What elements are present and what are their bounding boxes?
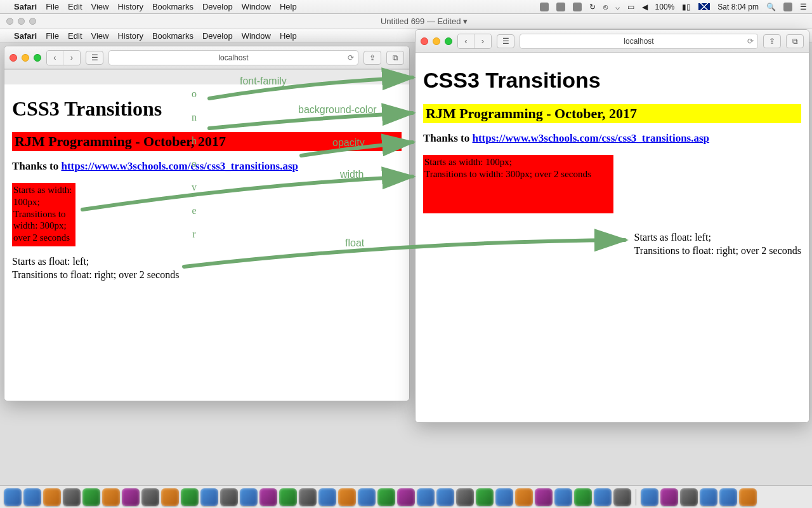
dock-app[interactable] [240,488,258,506]
sync-icon[interactable]: ↻ [589,3,596,11]
dock-app[interactable] [554,488,572,506]
flag-icon[interactable] [698,3,710,10]
transition-width-box[interactable]: Starts as width: 100px; Transitions to w… [12,183,75,246]
dock-app[interactable] [63,488,81,506]
address-bar[interactable]: localhost ⟳ [520,34,758,49]
sidebar-button[interactable]: ☰ [497,34,514,48]
menu-view[interactable]: View [91,31,109,41]
menu-bookmarks[interactable]: Bookmarks [152,31,193,41]
dock-app[interactable] [279,488,297,506]
dock-app[interactable] [417,488,435,506]
dock-app[interactable] [338,488,356,506]
dock-app[interactable] [436,488,454,506]
menu-edit[interactable]: Edit [68,31,82,41]
address-bar[interactable]: localhost ⟳ [108,50,358,65]
dock-app[interactable] [397,488,415,506]
display-icon[interactable]: ▭ [627,3,634,11]
dock-app[interactable] [700,488,717,506]
dock-app[interactable] [122,488,140,506]
credit-link[interactable]: https://www.w3schools.com/css/css3_trans… [472,132,709,144]
close-icon[interactable] [421,37,428,45]
app-name[interactable]: Safari [14,2,37,11]
close-icon[interactable] [6,18,13,25]
menu-develop[interactable]: Develop [202,2,233,11]
dock-app[interactable] [377,488,395,506]
dock-app[interactable] [23,488,41,506]
dock-app[interactable] [358,488,376,506]
status-icon[interactable] [540,3,549,11]
transition-width-box[interactable]: Starts as width: 100px; Transitions to w… [423,155,613,213]
menu-file[interactable]: File [46,2,59,11]
share-button[interactable]: ⇪ [363,51,381,65]
menu-help[interactable]: Help [280,31,297,41]
menu-history[interactable]: History [117,31,143,41]
forward-button[interactable]: › [475,34,491,48]
minimize-icon[interactable] [22,54,29,62]
dock-app[interactable] [719,488,737,506]
back-button[interactable]: ‹ [47,51,63,65]
zoom-icon[interactable] [29,18,36,25]
tabs-button[interactable]: ⧉ [386,51,404,65]
menu-develop[interactable]: Develop [202,31,233,41]
dock-app[interactable] [515,488,533,506]
dock-app[interactable] [680,488,698,506]
clock[interactable]: Sat 8:04 pm [717,3,759,11]
volume-icon[interactable]: ◀ [642,3,648,11]
dock-app[interactable] [318,488,336,506]
spotlight-icon[interactable]: 🔍 [766,3,776,11]
dock-app[interactable] [220,488,238,506]
dock-app[interactable] [43,488,61,506]
transition-float-box[interactable]: Starts as float: left; Transitions to fl… [634,231,801,258]
dock-app[interactable] [161,488,179,506]
siri-icon[interactable] [783,3,792,11]
battery-icon[interactable]: ▮▯ [682,3,691,11]
wifi-icon[interactable]: ⌵ [615,3,620,11]
new-tab-button[interactable]: + [391,70,409,84]
dock-trash[interactable] [739,488,757,506]
menu-edit[interactable]: Edit [68,2,82,11]
zoom-icon[interactable] [445,37,452,45]
zoom-icon[interactable] [34,54,41,62]
reload-icon[interactable]: ⟳ [747,37,754,46]
menu-file[interactable]: File [46,31,59,41]
close-icon[interactable] [10,54,17,62]
dock-app[interactable] [299,488,317,506]
status-icon[interactable] [573,3,582,11]
dock-app[interactable] [4,488,22,506]
forward-button[interactable]: › [63,51,80,65]
dock-app[interactable] [594,488,612,506]
menu-extra-icon[interactable]: ☰ [800,3,807,11]
dock-app[interactable] [535,488,553,506]
menu-view[interactable]: View [91,2,109,11]
dock-app[interactable] [102,488,120,506]
dock-app[interactable] [82,488,100,506]
menu-window[interactable]: Window [242,2,271,11]
credit-link[interactable]: https://www.w3schools.com/css/css3_trans… [61,160,298,172]
menu-history[interactable]: History [117,2,143,11]
bluetooth-icon[interactable]: ⎋ [603,3,608,11]
dock-app[interactable] [660,488,678,506]
transition-float-box[interactable]: Starts as float: left; Transitions to fl… [12,255,402,282]
dock-app[interactable] [574,488,592,506]
tabs-button[interactable]: ⧉ [786,34,804,48]
dock-app[interactable] [613,488,631,506]
app-name[interactable]: Safari [14,31,37,41]
dock-app[interactable] [641,488,658,506]
status-icon[interactable] [556,3,565,11]
dock-app[interactable] [141,488,159,506]
share-button[interactable]: ⇪ [763,34,781,48]
sidebar-button[interactable]: ☰ [86,51,103,65]
menu-help[interactable]: Help [280,2,297,11]
menu-window[interactable]: Window [242,31,271,41]
dock-app[interactable] [200,488,218,506]
menu-bookmarks[interactable]: Bookmarks [152,2,193,11]
minimize-icon[interactable] [433,37,440,45]
minimize-icon[interactable] [18,18,25,25]
reload-icon[interactable]: ⟳ [348,53,354,62]
back-button[interactable]: ‹ [458,34,475,48]
dock-app[interactable] [495,488,513,506]
dock-app[interactable] [181,488,199,506]
dock-app[interactable] [259,488,277,506]
dock-app[interactable] [456,488,474,506]
dock-app[interactable] [476,488,494,506]
